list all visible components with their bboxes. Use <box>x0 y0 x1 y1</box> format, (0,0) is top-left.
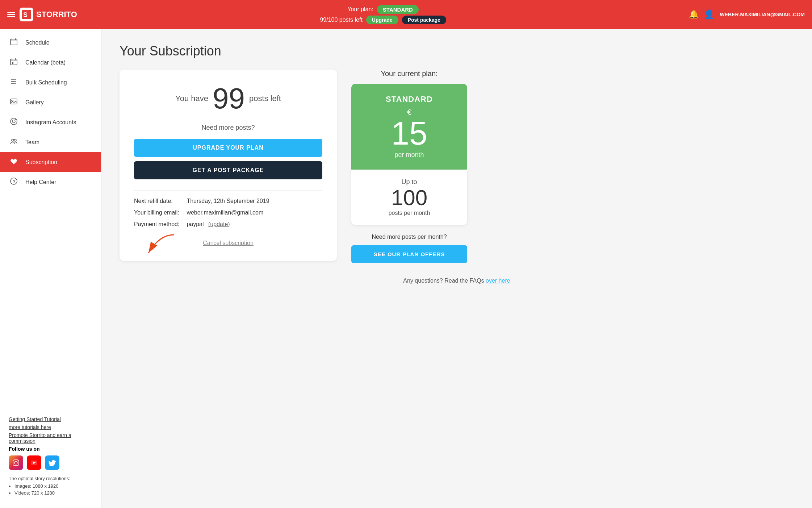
plan-card-top: STANDARD € 15 per month <box>351 84 467 170</box>
nav-team[interactable]: Team <box>0 132 101 152</box>
posts-limit: 100 <box>360 186 459 210</box>
sidebar-bottom: Getting Started Tutorial more tutorials … <box>0 409 101 504</box>
subscription-icon <box>9 157 19 167</box>
posts-left-pre: You have <box>175 94 208 103</box>
content-grid: You have 99 posts left Need more posts? … <box>120 70 794 263</box>
bulk-label: Bulk Scheduling <box>25 79 67 86</box>
nav-gallery[interactable]: Gallery <box>0 92 101 112</box>
tutorial-link[interactable]: Getting Started Tutorial <box>9 416 92 422</box>
billing-email-value: weber.maximilian@gmail.com <box>187 209 322 216</box>
twitter-social-icon[interactable] <box>45 455 59 470</box>
nav-instagram[interactable]: Instagram Accounts <box>0 112 101 132</box>
social-icons <box>9 455 92 470</box>
svg-point-18 <box>15 119 16 120</box>
svg-point-20 <box>14 139 16 141</box>
price-number: 15 <box>360 117 459 150</box>
team-label: Team <box>25 139 39 146</box>
nav-subscription[interactable]: Subscription <box>0 152 101 172</box>
schedule-label: Schedule <box>25 39 50 46</box>
help-icon: ? <box>9 177 19 187</box>
plan-label: Your plan: <box>347 6 373 13</box>
svg-point-19 <box>12 139 14 141</box>
price-period: per month <box>360 151 459 159</box>
youtube-social-icon[interactable] <box>27 455 41 470</box>
nav-bulk[interactable]: Bulk Scheduling <box>0 72 101 92</box>
header: S STORRITO Your plan: STANDARD 99/100 po… <box>0 0 812 29</box>
see-plans-button[interactable]: SEE OUR PLAN OFFERS <box>351 245 467 263</box>
price-currency: € <box>360 108 459 117</box>
user-avatar-icon: 👤 <box>704 9 715 20</box>
faq-text: Any questions? Read the FAQs <box>403 278 484 284</box>
more-tutorials-link[interactable]: more tutorials here <box>9 424 92 430</box>
resolutions-section: The optimal story resolutions: Images: 1… <box>9 476 92 496</box>
calendar-icon <box>9 58 19 67</box>
plan-card-name: STANDARD <box>360 95 459 104</box>
instagram-social-icon[interactable] <box>9 455 23 470</box>
right-panel: Your current plan: STANDARD € 15 per mon… <box>351 70 467 263</box>
svg-rect-2 <box>11 39 17 45</box>
page-title: Your Subscription <box>120 43 794 59</box>
calendar-label: Calendar (beta) <box>25 59 66 66</box>
hamburger-menu[interactable] <box>7 12 15 17</box>
nav-help[interactable]: ? Help Center <box>0 172 101 192</box>
header-left: S STORRITO <box>7 8 77 21</box>
update-link[interactable]: (update) <box>208 221 230 227</box>
upgrade-plan-button[interactable]: UPGRADE YOUR PLAN <box>134 139 322 157</box>
need-more-plan-label: Need more posts per month? <box>351 234 467 240</box>
main-content: Your Subscription You have 99 posts left… <box>101 29 812 508</box>
faq-link[interactable]: over here <box>486 278 510 284</box>
subscription-card: You have 99 posts left Need more posts? … <box>120 70 337 261</box>
posts-count-number: 99 <box>213 84 245 113</box>
gallery-icon <box>9 97 19 107</box>
svg-point-17 <box>12 120 15 123</box>
plan-details: Up to 100 posts per month <box>351 170 467 225</box>
schedule-icon <box>9 38 19 47</box>
nav-calendar[interactable]: Calendar (beta) <box>0 53 101 72</box>
instagram-accounts-icon <box>9 117 19 127</box>
svg-rect-6 <box>11 59 17 65</box>
follow-label: Follow us on <box>9 446 92 452</box>
sidebar: Schedule Calendar (beta) Bulk Scheduling… <box>0 29 101 508</box>
subscription-label: Subscription <box>25 159 57 166</box>
plan-badge: STANDARD <box>377 5 419 14</box>
logo-text: STORRITO <box>36 10 77 19</box>
instagram-label: Instagram Accounts <box>25 119 76 126</box>
up-to-label: Up to <box>360 178 459 186</box>
logo-icon: S <box>20 8 33 21</box>
upgrade-button[interactable]: Upgrade <box>366 16 398 24</box>
layout: Schedule Calendar (beta) Bulk Scheduling… <box>0 29 812 508</box>
team-icon <box>9 137 19 147</box>
posts-count-section: You have 99 posts left <box>134 84 322 113</box>
help-label: Help Center <box>25 179 56 186</box>
refill-label: Next refill date: <box>134 198 179 204</box>
promo-link[interactable]: Promote Storrito and earn a commission <box>9 432 92 444</box>
svg-point-25 <box>17 461 18 461</box>
header-right: 🔔 👤 WEBER.MAXIMILIAN@GMAIL.COM <box>689 9 805 20</box>
arrow-container: Cancel subscription <box>134 228 322 246</box>
billing-info-grid: Next refill date: Thursday, 12th Septemb… <box>134 190 322 228</box>
bulk-icon <box>9 78 19 87</box>
svg-rect-10 <box>12 62 13 64</box>
gallery-label: Gallery <box>25 99 44 106</box>
need-more-text: Need more posts? <box>134 124 322 132</box>
resolution-images: Images: 1080 x 1920 <box>14 483 92 489</box>
header-center: Your plan: STANDARD 99/100 posts left Up… <box>320 5 446 24</box>
payment-method-label: Payment method: <box>134 221 179 228</box>
svg-text:S: S <box>23 11 28 18</box>
current-plan-label: Your current plan: <box>351 70 467 78</box>
resolutions-label: The optimal story resolutions: <box>9 476 70 481</box>
refill-value: Thursday, 12th September 2019 <box>187 198 322 204</box>
cancel-arrow <box>123 231 181 264</box>
post-package-large-button[interactable]: GET A POST PACKAGE <box>134 161 322 179</box>
user-email: WEBER.MAXIMILIAN@GMAIL.COM <box>720 12 805 17</box>
svg-text:?: ? <box>13 179 16 184</box>
resolution-videos: Videos: 720 x 1280 <box>14 490 92 496</box>
plan-posts-label: posts per month <box>360 210 459 216</box>
post-package-button[interactable]: Post package <box>402 16 446 24</box>
posts-left-text: 99/100 posts left <box>320 17 362 23</box>
notification-icon[interactable]: 🔔 <box>689 10 699 19</box>
nav-schedule[interactable]: Schedule <box>0 33 101 53</box>
posts-left-post: posts left <box>249 94 281 103</box>
payment-method-value: paypal (update) <box>187 221 322 228</box>
logo: S STORRITO <box>20 8 77 21</box>
